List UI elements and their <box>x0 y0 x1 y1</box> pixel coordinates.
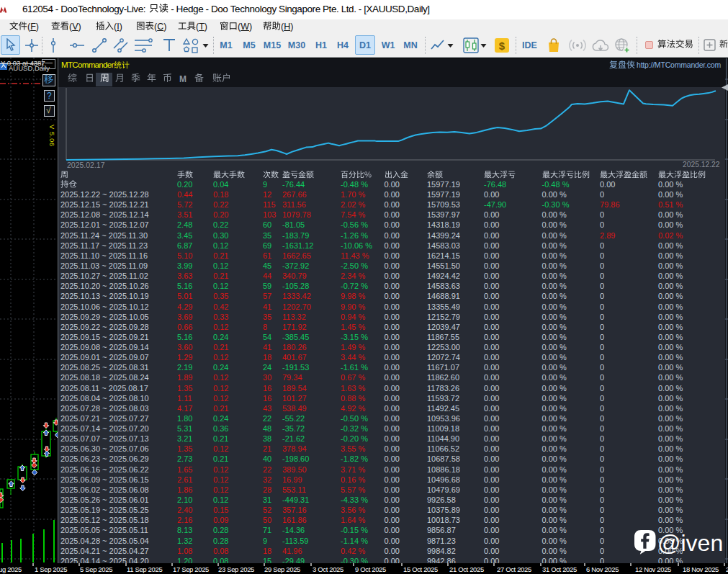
svg-text:$: $ <box>499 40 505 52</box>
